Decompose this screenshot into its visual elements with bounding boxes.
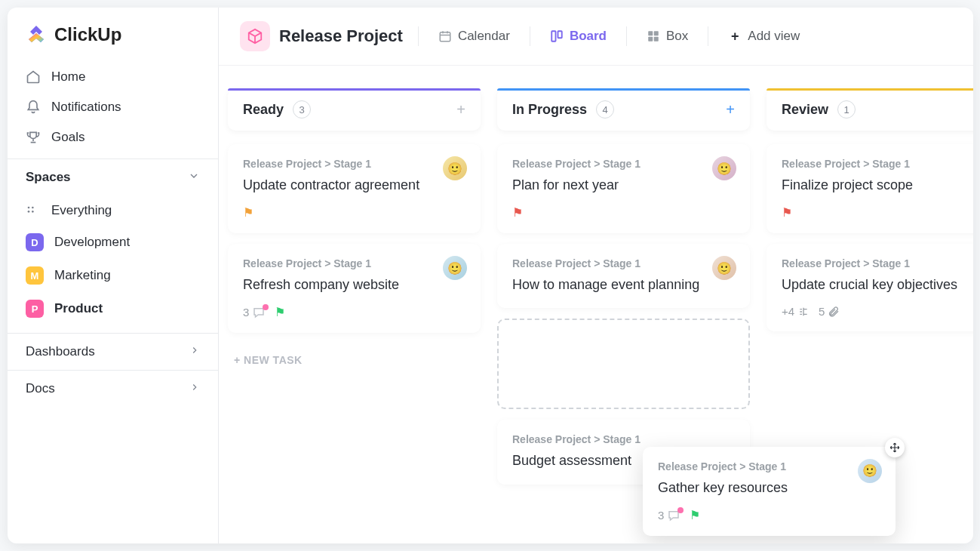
spaces-title: Spaces: [26, 170, 71, 185]
column-header[interactable]: In Progress 4 +: [497, 88, 750, 131]
svg-point-3: [32, 211, 34, 213]
column-count: 3: [293, 100, 311, 119]
nav-home[interactable]: Home: [8, 62, 218, 92]
space-badge: D: [26, 233, 44, 251]
board-icon: [550, 29, 564, 43]
comment-count[interactable]: 3: [243, 306, 266, 319]
card-title: Refresh company website: [243, 276, 465, 294]
card-title: How to manage event planning: [512, 276, 735, 294]
sidebar-item-development[interactable]: D Development: [8, 226, 218, 259]
task-card[interactable]: Release Project > Stage 1 How to manage …: [497, 244, 750, 308]
svg-rect-13: [654, 37, 659, 42]
avatar[interactable]: [712, 156, 736, 180]
chevron-down-icon: [188, 170, 200, 185]
card-breadcrumb: Release Project > Stage 1: [782, 257, 970, 269]
add-view-button[interactable]: + Add view: [723, 26, 804, 47]
flag-icon[interactable]: ⚑: [275, 305, 285, 319]
unread-dot-icon: [263, 304, 269, 310]
sidebar-item-everything[interactable]: Everything: [8, 195, 218, 226]
avatar[interactable]: [443, 156, 467, 180]
view-calendar[interactable]: Calendar: [434, 26, 515, 47]
space-label: Product: [54, 301, 103, 316]
avatar[interactable]: [858, 459, 882, 483]
avatar[interactable]: [712, 256, 736, 280]
nav-goals[interactable]: Goals: [8, 122, 218, 152]
view-label: Board: [570, 29, 607, 44]
column-count: 1: [837, 100, 856, 119]
chevron-right-icon: [189, 382, 200, 396]
column-title: Ready: [243, 102, 284, 118]
logo[interactable]: ClickUp: [8, 8, 218, 62]
calendar-icon: [438, 29, 452, 43]
card-title: Update crucial key objectives: [782, 276, 970, 294]
clickup-logo-icon: [26, 24, 47, 45]
nav-label: Notifications: [51, 100, 121, 115]
trophy-icon: [26, 130, 41, 145]
flag-icon[interactable]: ⚑: [782, 205, 792, 220]
flag-icon[interactable]: ⚑: [512, 205, 523, 220]
nav-label: Home: [51, 69, 85, 85]
task-card[interactable]: Release Project > Stage 1 Update crucial…: [766, 244, 973, 331]
view-label: Add view: [748, 29, 800, 44]
task-card[interactable]: Release Project > Stage 1 Finalize proje…: [766, 144, 973, 233]
sidebar-item-marketing[interactable]: M Marketing: [8, 259, 218, 292]
spaces-header[interactable]: Spaces: [8, 159, 218, 195]
add-task-button[interactable]: +: [726, 101, 735, 119]
sidebar-dashboards[interactable]: Dashboards: [8, 333, 218, 370]
view-box[interactable]: Box: [642, 26, 693, 47]
card-breadcrumb: Release Project > Stage 1: [512, 257, 735, 269]
view-board[interactable]: Board: [545, 26, 611, 47]
svg-point-1: [32, 207, 34, 209]
divider: [708, 26, 708, 46]
column-header[interactable]: Ready 3 +: [228, 88, 481, 131]
column-ready: Ready 3 + Release Project > Stage 1 Upda…: [228, 88, 481, 543]
card-breadcrumb: Release Project > Stage 1: [243, 158, 465, 170]
avatar[interactable]: [443, 256, 467, 280]
unread-dot-icon: [677, 507, 684, 513]
flag-icon[interactable]: ⚑: [243, 205, 253, 220]
column-body: Release Project > Stage 1 Plan for next …: [497, 131, 750, 485]
flag-icon[interactable]: ⚑: [690, 508, 700, 522]
svg-point-0: [28, 207, 30, 209]
add-task-button[interactable]: +: [456, 101, 465, 119]
divider: [530, 26, 530, 46]
card-breadcrumb: Release Project > Stage 1: [512, 158, 735, 170]
task-card[interactable]: Release Project > Stage 1 Plan for next …: [497, 144, 750, 233]
topbar: Release Project Calendar Board Box + Add…: [219, 8, 973, 66]
view-label: Calendar: [458, 29, 510, 44]
bottom-label: Dashboards: [26, 344, 95, 359]
svg-rect-10: [648, 31, 653, 35]
column-title: In Progress: [512, 102, 587, 118]
new-task-button[interactable]: + NEW TASK: [228, 343, 481, 366]
card-breadcrumb: Release Project > Stage 1: [782, 158, 970, 170]
attachment-count[interactable]: 5: [819, 305, 840, 318]
space-badge: P: [26, 300, 44, 318]
move-icon: [885, 438, 905, 457]
app-name: ClickUp: [54, 24, 121, 45]
card-breadcrumb: Release Project > Stage 1: [243, 257, 465, 269]
sidebar: ClickUp Home Notifications Goals Spaces …: [8, 8, 219, 543]
chevron-right-icon: [189, 345, 200, 359]
comment-count[interactable]: 3: [658, 509, 680, 522]
dragging-task-card[interactable]: Release Project > Stage 1 Gather key res…: [643, 447, 896, 536]
subtask-count[interactable]: +4: [782, 305, 809, 318]
svg-rect-8: [551, 31, 555, 42]
column-header[interactable]: Review 1: [766, 88, 973, 131]
plus-icon: +: [728, 29, 742, 43]
drop-zone[interactable]: [497, 319, 750, 409]
nav-notifications[interactable]: Notifications: [8, 92, 218, 122]
sidebar-item-product[interactable]: P Product: [8, 292, 218, 325]
svg-point-2: [28, 211, 30, 213]
svg-rect-9: [558, 31, 561, 38]
svg-rect-12: [648, 37, 653, 42]
sidebar-docs[interactable]: Docs: [8, 370, 218, 407]
task-card[interactable]: Release Project > Stage 1 Refresh compan…: [228, 244, 481, 333]
task-card[interactable]: Release Project > Stage 1 Update contrac…: [228, 144, 481, 233]
project-title: Release Project: [279, 26, 403, 46]
card-breadcrumb: Release Project > Stage 1: [512, 433, 735, 445]
app-window: ClickUp Home Notifications Goals Spaces …: [8, 8, 973, 543]
card-title: Gather key resources: [658, 479, 880, 497]
card-title: Update contractor agreement: [243, 176, 465, 195]
grid-icon: [647, 29, 660, 43]
space-label: Marketing: [54, 268, 111, 283]
